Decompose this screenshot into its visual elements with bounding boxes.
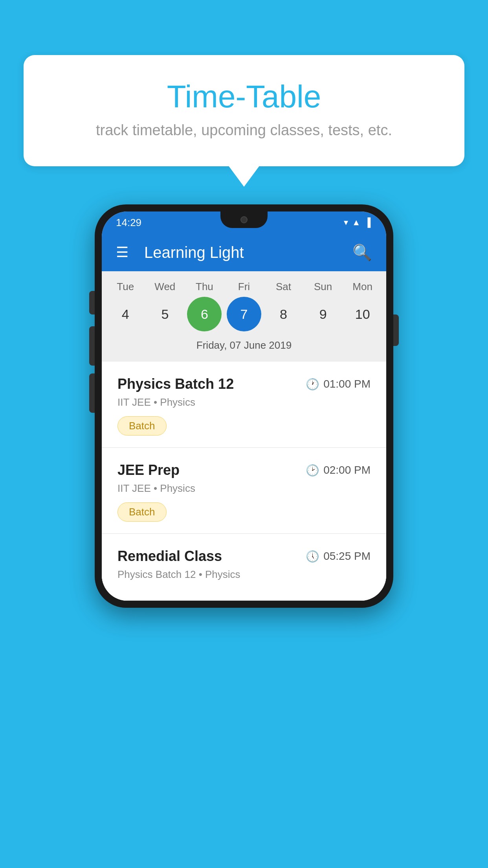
search-icon[interactable]: 🔍 [352, 243, 372, 262]
bubble-subtitle: track timetable, upcoming classes, tests… [47, 122, 441, 139]
volume-down-button [89, 373, 95, 413]
front-camera [240, 216, 248, 223]
schedule-item-1-title: Physics Batch 12 [117, 376, 234, 392]
speech-bubble: Time-Table track timetable, upcoming cla… [24, 55, 464, 166]
day-4[interactable]: 4 [108, 297, 143, 331]
schedule-item-3[interactable]: Remedial Class 🕔 05:25 PM Physics Batch … [102, 534, 386, 601]
clock-icon-3: 🕔 [306, 550, 319, 563]
day-header-fri: Fri [227, 281, 261, 293]
battery-icon: ▐ [364, 217, 371, 228]
day-9[interactable]: 9 [306, 297, 340, 331]
status-time: 14:29 [116, 217, 141, 229]
day-header-thu: Thu [187, 281, 222, 293]
calendar-section: Tue Wed Thu Fri Sat Sun Mon 4 5 6 7 8 9 … [102, 271, 386, 362]
schedule-list: Physics Batch 12 🕐 01:00 PM IIT JEE • Ph… [102, 362, 386, 601]
batch-tag-1: Batch [117, 416, 167, 436]
app-bar-title: Learning Light [144, 244, 341, 261]
calendar-date-label: Friday, 07 June 2019 [102, 337, 386, 358]
day-7-selected[interactable]: 7 [227, 297, 261, 331]
schedule-item-3-header: Remedial Class 🕔 05:25 PM [117, 548, 371, 565]
day-6-today[interactable]: 6 [187, 297, 222, 331]
day-5[interactable]: 5 [148, 297, 182, 331]
schedule-item-2-header: JEE Prep 🕑 02:00 PM [117, 462, 371, 478]
phone-notch [220, 211, 268, 228]
day-header-sat: Sat [266, 281, 301, 293]
day-8[interactable]: 8 [266, 297, 301, 331]
schedule-item-3-time: 🕔 05:25 PM [306, 550, 371, 563]
schedule-item-1-subtitle: IIT JEE • Physics [117, 396, 371, 408]
schedule-item-2-subtitle: IIT JEE • Physics [117, 482, 371, 495]
schedule-item-3-title: Remedial Class [117, 548, 222, 565]
schedule-item-3-subtitle: Physics Batch 12 • Physics [117, 568, 371, 581]
phone-mockup: 14:29 ▾ ▲ ▐ ☰ Learning Light 🔍 Tue Wed T… [95, 204, 393, 608]
day-numbers: 4 5 6 7 8 9 10 [102, 297, 386, 337]
app-bar: ☰ Learning Light 🔍 [102, 234, 386, 271]
clock-icon-2: 🕑 [306, 464, 319, 477]
day-10[interactable]: 10 [345, 297, 380, 331]
day-headers: Tue Wed Thu Fri Sat Sun Mon [102, 281, 386, 297]
schedule-item-2[interactable]: JEE Prep 🕑 02:00 PM IIT JEE • Physics Ba… [102, 448, 386, 534]
schedule-item-1[interactable]: Physics Batch 12 🕐 01:00 PM IIT JEE • Ph… [102, 362, 386, 448]
wifi-icon: ▾ [344, 217, 348, 228]
bubble-title: Time-Table [47, 79, 441, 115]
day-header-tue: Tue [108, 281, 143, 293]
schedule-item-2-title: JEE Prep [117, 462, 180, 478]
status-icons: ▾ ▲ ▐ [344, 217, 371, 228]
power-button [393, 314, 399, 346]
schedule-item-2-time: 🕑 02:00 PM [306, 464, 371, 477]
phone-screen: 14:29 ▾ ▲ ▐ ☰ Learning Light 🔍 Tue Wed T… [102, 211, 386, 601]
mute-button [89, 291, 95, 314]
phone-outer: 14:29 ▾ ▲ ▐ ☰ Learning Light 🔍 Tue Wed T… [95, 204, 393, 608]
signal-icon: ▲ [352, 217, 361, 228]
hamburger-icon[interactable]: ☰ [116, 244, 128, 261]
clock-icon-1: 🕐 [306, 378, 319, 391]
speech-bubble-container: Time-Table track timetable, upcoming cla… [24, 55, 464, 166]
volume-up-button [89, 326, 95, 366]
batch-tag-2: Batch [117, 502, 167, 522]
day-header-wed: Wed [148, 281, 182, 293]
day-header-mon: Mon [345, 281, 380, 293]
day-header-sun: Sun [306, 281, 340, 293]
schedule-item-1-header: Physics Batch 12 🕐 01:00 PM [117, 376, 371, 392]
schedule-item-1-time: 🕐 01:00 PM [306, 378, 371, 391]
